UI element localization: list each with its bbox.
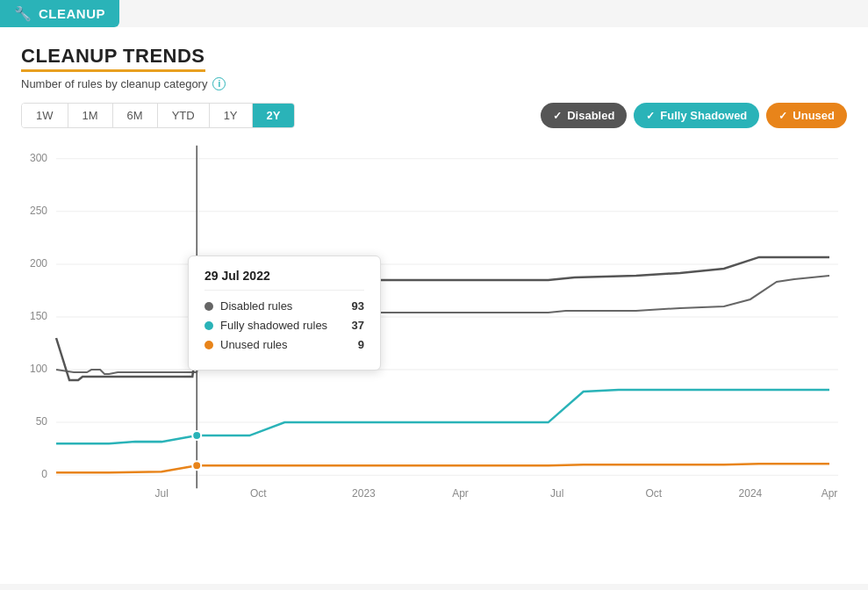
svg-text:300: 300 (30, 152, 47, 164)
tooltip-value-shadowed: 37 (352, 319, 364, 332)
main-container: CLEANUP TRENDS Number of rules by cleanu… (0, 27, 868, 584)
svg-text:Jul: Jul (550, 487, 563, 500)
svg-text:Apr: Apr (821, 487, 838, 500)
top-bar-title: CLEANUP (39, 6, 105, 21)
svg-text:0: 0 (41, 468, 47, 480)
time-btn-1y[interactable]: 1Y (210, 104, 253, 127)
svg-text:50: 50 (36, 415, 48, 428)
svg-text:Apr: Apr (452, 487, 469, 500)
tooltip-row-left-unused: Unused rules (204, 338, 288, 351)
tooltip-value-disabled: 93 (352, 299, 364, 313)
tooltip-date: 29 Jul 2022 (204, 269, 364, 291)
chart-svg: 300 250 200 150 100 50 0 Jul Oct 2023 Ap… (21, 137, 847, 541)
info-icon[interactable]: i (212, 77, 226, 90)
tooltip-label-disabled: Disabled rules (220, 299, 292, 313)
filter-label-shadowed: Fully Shadowed (660, 109, 747, 122)
controls-row: 1W 1M 6M YTD 1Y 2Y ✓ Disabled ✓ Fully Sh… (21, 103, 847, 128)
check-icon-shadowed: ✓ (646, 110, 655, 122)
time-btn-ytd[interactable]: YTD (158, 104, 210, 127)
tooltip-row-disabled: Disabled rules 93 (204, 299, 364, 313)
filter-buttons-group: ✓ Disabled ✓ Fully Shadowed ✓ Unused (541, 103, 847, 128)
subtitle-text: Number of rules by cleanup category (21, 77, 207, 90)
check-icon-unused: ✓ (778, 110, 787, 122)
tooltip-label-unused: Unused rules (220, 338, 288, 351)
svg-text:250: 250 (30, 205, 47, 217)
svg-point-24 (192, 461, 201, 470)
top-bar: 🔧 CLEANUP (0, 0, 119, 27)
page-title: CLEANUP TRENDS (21, 45, 205, 72)
filter-btn-disabled[interactable]: ✓ Disabled (541, 103, 627, 128)
tooltip-row-left-disabled: Disabled rules (204, 299, 292, 313)
check-icon-disabled: ✓ (553, 110, 562, 122)
time-buttons-group: 1W 1M 6M YTD 1Y 2Y (21, 103, 295, 128)
filter-btn-shadowed[interactable]: ✓ Fully Shadowed (634, 103, 759, 128)
time-btn-1m[interactable]: 1M (68, 104, 113, 127)
tooltip-row-shadowed: Fully shadowed rules 37 (204, 319, 364, 332)
filter-label-disabled: Disabled (567, 109, 614, 122)
time-btn-6m[interactable]: 6M (113, 104, 158, 127)
svg-text:Oct: Oct (645, 487, 662, 500)
tooltip-dot-disabled (204, 302, 213, 311)
tooltip-row-unused: Unused rules 9 (204, 338, 364, 351)
time-btn-2y[interactable]: 2Y (253, 104, 295, 127)
filter-label-unused: Unused (793, 109, 835, 122)
tooltip-label-shadowed: Fully shadowed rules (220, 319, 327, 332)
tooltip-value-unused: 9 (358, 338, 364, 351)
svg-text:Oct: Oct (250, 487, 267, 500)
tooltip-dot-shadowed (204, 321, 213, 330)
time-btn-1w[interactable]: 1W (22, 104, 68, 127)
filter-btn-unused[interactable]: ✓ Unused (766, 103, 847, 128)
svg-text:150: 150 (30, 310, 47, 322)
svg-point-23 (192, 431, 201, 440)
svg-text:100: 100 (30, 363, 47, 375)
chart-tooltip: 29 Jul 2022 Disabled rules 93 Fully shad… (188, 255, 381, 371)
svg-text:Jul: Jul (154, 487, 168, 500)
tooltip-row-left-shadowed: Fully shadowed rules (204, 319, 327, 332)
subtitle-row: Number of rules by cleanup category i (21, 77, 847, 90)
chart-area: 300 250 200 150 100 50 0 Jul Oct 2023 Ap… (21, 137, 847, 541)
svg-text:200: 200 (30, 257, 47, 270)
svg-text:2023: 2023 (352, 487, 376, 500)
tooltip-dot-unused (204, 341, 213, 349)
svg-text:2024: 2024 (739, 487, 763, 500)
cleanup-icon: 🔧 (14, 5, 32, 22)
